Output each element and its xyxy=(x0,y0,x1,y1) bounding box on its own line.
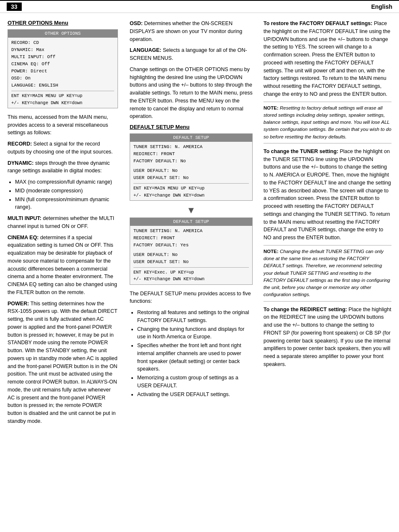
menu-line-7: LANGUAGE: ENGLISH xyxy=(11,82,114,89)
note-1-label: NOTE: xyxy=(263,105,279,110)
record-term: RECORD: xyxy=(8,141,32,147)
other-options-menu-box: OTHER OPTIONS RECORD: CD DYNAMIC: Max MU… xyxy=(8,29,118,108)
ds-line-6: USER DEFAULT SET: No xyxy=(133,174,249,182)
multi-input-term: MULTI INPUT: xyxy=(8,215,41,221)
language-para: LANGUAGE: Selects a language for all of … xyxy=(130,46,253,62)
menu-line-4: CINEMA EQ: Off xyxy=(11,61,114,68)
default-setup-menu-box-1: DEFAULT SETUP TUNER SETTING: N. AMERICA … xyxy=(130,133,253,201)
dynamic-para: DYNAMIC: steps through the three dynamic… xyxy=(8,159,118,175)
ds-bullet-3: Specifies whether the front left and fro… xyxy=(137,342,253,373)
default-setup-intro: The DEFAULT SETUP menu provides access t… xyxy=(130,290,253,306)
power-para: POWER: This setting determines how the R… xyxy=(8,300,118,425)
ds-bullet-5: Activating the USER DEFAULT settings. xyxy=(137,391,253,399)
dynamic-bullet-1: MAX (no compression/full dynamic range) xyxy=(15,178,118,186)
ds-bullet-1: Restoring all features and settings to t… xyxy=(137,309,253,325)
menu-line-5: POWER: Direct xyxy=(11,68,114,75)
ds-line-5: USER DEFAULT: No xyxy=(133,167,249,174)
ds2-line-5: USER DEFAULT: No xyxy=(133,251,249,258)
page-language: English xyxy=(371,3,392,10)
note-box-1: NOTE: Resetting to factory default setti… xyxy=(263,102,391,143)
osd-text: Determines whether the ON-SCREEN DISPLAY… xyxy=(130,20,242,42)
dynamic-term: DYNAMIC: xyxy=(8,160,34,166)
ds-bullet-4: Memorizing a custom group of settings as… xyxy=(137,374,253,390)
default-setup-header-1: DEFAULT SETUP xyxy=(130,134,252,142)
ds-footer-line1-2: ENT KEY=Exec. UP KEY=up xyxy=(133,269,249,276)
menu-box-header: OTHER OPTIONS xyxy=(8,30,118,38)
ds2-line-6: USER DEFAULT SET: No xyxy=(133,258,249,266)
page-header: 33 English xyxy=(0,0,399,13)
change-settings-text: Change settings on the OTHER OPTIONS men… xyxy=(130,66,253,120)
language-heading: LANGUAGE: xyxy=(130,47,161,53)
tuner-heading: To change the TUNER setting: xyxy=(263,148,338,154)
other-options-title: OTHER OPTIONS Menu xyxy=(8,20,118,26)
dynamic-bullets: MAX (no compression/full dynamic range) … xyxy=(15,178,118,211)
note-1-body: Resetting to factory default settings wi… xyxy=(263,105,391,139)
ds2-line-3: FACTORY DEFAULT: Yes xyxy=(133,242,249,249)
ds2-line-1: TUNER SETTING: N. AMERICA xyxy=(133,228,249,235)
osd-heading: OSD: xyxy=(130,20,143,26)
menu-line-6: OSD: On xyxy=(11,75,114,82)
note-box-2: NOTE: Changing the default TUNER SETTING… xyxy=(263,245,391,302)
restore-para: To restore the FACTORY DEFAULT settings:… xyxy=(263,20,391,98)
intro-text: This menu, accessed from the MAIN menu, … xyxy=(8,113,118,137)
ds-line-3: FACTORY DEFAULT: No xyxy=(133,158,249,165)
main-content: OTHER OPTIONS Menu OTHER OPTIONS RECORD:… xyxy=(0,13,399,435)
default-setup-bullets: Restoring all features and settings to t… xyxy=(137,309,253,398)
power-text: This setting determines how the RSX-1055… xyxy=(8,301,118,424)
menu-footer: ENT KEY=MAIN MENU UP KEY=up +/- KEY=chan… xyxy=(11,91,114,106)
default-setup-title: DEFAULT SETUP Menu xyxy=(130,124,253,130)
record-para: RECORD: Select a signal for the record o… xyxy=(8,140,118,156)
default-setup-menu-box-2: DEFAULT SETUP TUNER SETTING: N. AMERICA … xyxy=(130,217,253,285)
page-number: 33 xyxy=(7,3,22,11)
arrow-down-icon: ▼ xyxy=(130,206,253,215)
ds-footer-line1-1: ENT KEY=MAIN MENU UP KEY=up xyxy=(133,185,249,192)
restore-text: Place the highlight on the FACTORY DEFAU… xyxy=(263,20,390,97)
cinema-eq-text: determines if a special equalization set… xyxy=(8,235,117,295)
ds-footer-2: ENT KEY=Exec. UP KEY=up +/- KEY=change D… xyxy=(133,267,249,283)
tuner-para: To change the TUNER setting: Place the h… xyxy=(263,148,391,242)
cinema-eq-term: CINEMA EQ: xyxy=(8,235,39,240)
ds-footer-line2-2: +/- KEY=change DWN KEY=down xyxy=(133,276,249,282)
dynamic-bullet-2: MID (moderate compression) xyxy=(15,187,118,195)
multi-input-para: MULTI INPUT: determines whether the MULT… xyxy=(8,215,118,230)
redirect-para: To change the REDIRECT setting: Place th… xyxy=(263,306,391,368)
ds-footer-line2-1: +/- KEY=change DWN KEY=down xyxy=(133,192,249,199)
menu-footer-line1: ENT KEY=MAIN MENU UP KEY=up xyxy=(11,92,114,99)
menu-line-1: RECORD: CD xyxy=(11,39,114,46)
menu-line-2: DYNAMIC: Max xyxy=(11,46,114,54)
osd-para: OSD: Determines whether the ON-SCREEN DI… xyxy=(130,20,253,43)
restore-heading: To restore the FACTORY DEFAULT settings: xyxy=(263,20,372,26)
menu-line-3: MULTI INPUT: Off xyxy=(11,54,114,61)
menu-footer-line2: +/- KEY=change DWN KEY=down xyxy=(11,100,114,106)
ds-line-1: TUNER SETTING: N. AMERICA xyxy=(133,143,249,151)
power-term: POWER: xyxy=(8,301,29,307)
ds-footer-1: ENT KEY=MAIN MENU UP KEY=up +/- KEY=chan… xyxy=(133,183,249,199)
left-column: OTHER OPTIONS Menu OTHER OPTIONS RECORD:… xyxy=(0,13,125,435)
note-2-body: Changing the default TUNER SETTING can o… xyxy=(263,249,390,297)
dynamic-bullet-3: MIN (full compression/minimum dynamic ra… xyxy=(15,196,118,212)
redirect-text: Place the highlight on the REDIRECT line… xyxy=(263,307,391,367)
ds-bullet-2: Changing the tuning functions and displa… xyxy=(137,325,253,341)
note-2-label: NOTE: xyxy=(263,249,279,254)
default-setup-header-2: DEFAULT SETUP xyxy=(130,218,252,226)
redirect-heading: To change the REDIRECT setting: xyxy=(263,307,347,312)
mid-column: OSD: Determines whether the ON-SCREEN DI… xyxy=(125,13,259,435)
ds2-line-2: REDIRECT: FRONT xyxy=(133,235,249,242)
note-2-text: NOTE: Changing the default TUNER SETTING… xyxy=(263,248,391,299)
ds-line-2: REDIRECT: FRONT xyxy=(133,151,249,158)
tuner-text: Place the highlight on the TUNER SETTING… xyxy=(263,148,391,240)
right-column: To restore the FACTORY DEFAULT settings:… xyxy=(259,13,399,435)
note-1-text: NOTE: Resetting to factory default setti… xyxy=(263,105,391,141)
cinema-eq-para: CINEMA EQ: determines if a special equal… xyxy=(8,234,118,297)
